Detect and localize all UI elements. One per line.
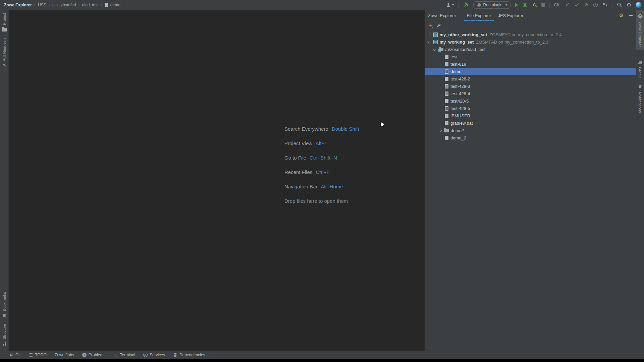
tree-row-label: test-428-5 xyxy=(450,106,470,111)
play-overlay-icon xyxy=(536,6,538,8)
chevron-down-icon xyxy=(432,27,433,28)
tree-row-working-set[interactable]: my_other_working_set ZOSMFAD on my_conne… xyxy=(425,31,636,38)
tree-row-file[interactable]: gradlew.bat xyxy=(425,119,636,127)
file-icon xyxy=(105,3,108,7)
breadcrumb-item-uss[interactable]: USS xyxy=(38,3,46,7)
tree-row-file-selected[interactable]: demo xyxy=(425,68,636,75)
history-button[interactable] xyxy=(593,2,598,7)
clock-icon xyxy=(593,2,598,7)
tree-row-file[interactable]: test-428-5 xyxy=(425,105,636,112)
toolwindow-label: Dependencies xyxy=(179,353,205,357)
toolwindow-label: Git xyxy=(15,353,20,357)
toolwindow-problems[interactable]: ! Problems xyxy=(82,353,106,357)
debug-button[interactable] xyxy=(523,2,528,7)
tree-row-working-set[interactable]: my_working_set ZOSMFAD on my_connection_… xyxy=(425,38,636,46)
tab-file-explorer[interactable]: File Explorer xyxy=(463,10,494,21)
file-explorer-tree: my_other_working_set ZOSMFAD on my_conne… xyxy=(425,31,636,141)
sidebar-item-pull-requests[interactable]: Pull Requests xyxy=(2,35,6,71)
search-everywhere-button[interactable] xyxy=(617,2,622,8)
tree-row-label: gradlew.bat xyxy=(450,121,473,126)
chevron-down-icon xyxy=(452,4,454,6)
tree-row-file[interactable]: test-819 xyxy=(425,60,636,68)
arrow-up-right-icon xyxy=(584,2,589,7)
structure-label: Structure xyxy=(2,324,6,340)
tree-row-file[interactable]: test-428-2 xyxy=(425,75,636,82)
run-with-coverage-button[interactable]: C xyxy=(532,3,537,7)
sidebar-item-bookmarks[interactable]: Bookmarks xyxy=(2,289,6,321)
tab-jes-explorer[interactable]: JES Explorer xyxy=(494,10,527,21)
toolwindow-services[interactable]: Services xyxy=(143,353,165,357)
tree-row-file[interactable]: test-428-4 xyxy=(425,90,636,97)
project-label: Project xyxy=(2,13,6,25)
build-project-button[interactable] xyxy=(463,2,469,8)
sidebar-item-gradle[interactable]: Gradle xyxy=(638,58,643,82)
chevron-down-icon[interactable] xyxy=(433,47,436,51)
breadcrumb-item-zosmfad[interactable]: zosmfad xyxy=(61,3,76,7)
tree-row-annotation: ZOSMFAD on my_connection_to_2.4 xyxy=(489,32,561,37)
stop-button[interactable] xyxy=(541,3,545,7)
stop-icon xyxy=(541,3,545,7)
wrench-settings-button[interactable] xyxy=(436,23,441,28)
todo-list-icon xyxy=(29,353,33,357)
breadcrumb-item-ulad-test[interactable]: ulad_test xyxy=(82,3,99,7)
run-configuration-select[interactable]: Run plugin xyxy=(473,1,511,9)
main-toolbar: Zowe Explorer › USS › u › zosmfad › ulad… xyxy=(0,0,644,10)
profile-sphere-icon[interactable] xyxy=(636,2,641,8)
toolwindow-dependencies[interactable]: Dependencies xyxy=(173,353,205,357)
ide-window: Zowe Explorer › USS › u › zosmfad › ulad… xyxy=(0,0,644,362)
sidebar-item-project[interactable]: Project xyxy=(2,10,7,35)
run-button[interactable] xyxy=(515,3,518,7)
file-icon xyxy=(445,62,448,66)
tree-row-folder[interactable]: demo2 xyxy=(425,127,636,134)
chevron-right-icon[interactable] xyxy=(427,33,431,37)
git-commit-button[interactable] xyxy=(574,2,579,7)
shortcut-keys: Alt+1 xyxy=(316,136,327,150)
breadcrumb-item-project[interactable]: Zowe Explorer xyxy=(4,3,32,7)
tree-row-file[interactable]: test xyxy=(425,53,636,60)
tree-row-annotation: ZOSMFAD on my_connection_to_2.3 xyxy=(476,40,548,45)
breadcrumb-item-u[interactable]: u xyxy=(52,3,55,7)
toolwindow-zowe-jobs[interactable]: Zowe Jobs xyxy=(55,353,74,357)
add-working-set-button[interactable]: + xyxy=(429,23,432,28)
sidebar-item-zowe-explorer[interactable]: Z Zowe Explorer xyxy=(636,10,644,50)
tree-row-folder[interactable]: /u/zosmfad/ulad_test xyxy=(425,46,636,53)
shortcut-keys: Ctrl+Shift+N xyxy=(310,150,337,165)
shortcut-row: Recent Files Ctrl+E xyxy=(284,165,359,179)
tree-row-file[interactable]: test428-5 xyxy=(425,97,636,105)
search-icon xyxy=(617,2,622,8)
git-update-button[interactable] xyxy=(565,2,570,7)
breadcrumb-item-demo[interactable]: demo xyxy=(110,3,120,7)
git-label: Git: xyxy=(554,3,560,7)
right-tool-window-stripe: Z Zowe Explorer Gradle Notifications xyxy=(636,10,644,351)
settings-button[interactable]: ⚙ xyxy=(627,2,631,8)
chevron-down-icon[interactable] xyxy=(427,40,431,43)
breadcrumb: Zowe Explorer › USS › u › zosmfad › ulad… xyxy=(0,2,120,7)
panel-header-actions: ⚙ xyxy=(619,10,633,21)
panel-toolbar: + xyxy=(425,21,636,31)
tree-row-label: my_other_working_set xyxy=(440,32,487,37)
tree-row-file[interactable]: test-428-3 xyxy=(425,82,636,90)
toolbar-actions: Run plugin C Git: xyxy=(446,0,644,10)
git-branch-icon xyxy=(9,353,13,357)
panel-settings-button[interactable]: ⚙ xyxy=(619,13,624,18)
toolwindow-terminal[interactable]: > Terminal xyxy=(114,353,135,357)
tree-row-file[interactable]: demo_2 xyxy=(425,134,636,141)
zowe-icon: Z xyxy=(637,14,643,19)
play-icon xyxy=(515,3,518,7)
bookmark-icon xyxy=(2,313,6,318)
toolwindow-todo[interactable]: TODO xyxy=(29,353,46,357)
sidebar-item-notifications[interactable]: Notifications xyxy=(638,82,642,116)
tree-row-label: test428-5 xyxy=(450,99,469,104)
file-icon xyxy=(445,55,448,59)
chevron-right-icon[interactable] xyxy=(438,129,442,132)
shortcut-keys: Ctrl+E xyxy=(316,165,330,179)
tool-window-bar: Git TODO Zowe Jobs ! Problems > Terminal… xyxy=(0,351,644,359)
git-push-button[interactable] xyxy=(584,2,589,7)
sidebar-item-structure[interactable]: Structure xyxy=(2,321,6,351)
rollback-button[interactable] xyxy=(602,2,608,7)
user-account-button[interactable] xyxy=(446,2,454,8)
terminal-icon: > xyxy=(114,353,118,357)
tree-row-file[interactable]: IBMUSER xyxy=(425,112,636,119)
toolwindow-git[interactable]: Git xyxy=(9,353,20,357)
hide-panel-button[interactable] xyxy=(629,15,633,16)
